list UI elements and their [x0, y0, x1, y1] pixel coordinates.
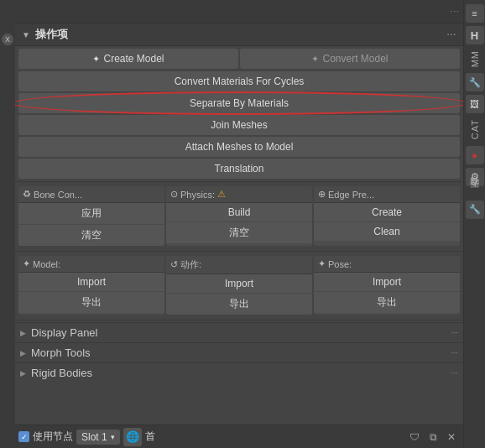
model-column: ✦ Model: Import 导出: [18, 256, 164, 315]
bottom-icon-buttons: 🛡 ⧉ ✕: [406, 429, 460, 445]
pose-column: ✦ Pose: Import 导出: [314, 256, 460, 315]
use-nodes-checkbox[interactable]: ✓: [18, 431, 29, 442]
pose-icon: ✦: [318, 258, 326, 269]
bone-clear-button[interactable]: 清空: [18, 225, 164, 246]
pose-label: Pose:: [328, 259, 352, 269]
close-x-button[interactable]: X: [2, 34, 13, 45]
bone-label: Bone Con...: [34, 190, 82, 200]
sidebar-btn-image[interactable]: 🖼: [466, 95, 484, 113]
slot-select[interactable]: Slot 1 ▾: [76, 430, 120, 445]
convert-materials-button[interactable]: Convert Materials For Cycles: [18, 71, 460, 91]
action-header: ↺ 动作:: [166, 256, 312, 274]
convert-model-icon: ✦: [311, 54, 319, 65]
copy-button[interactable]: ⧉: [425, 429, 441, 445]
rigid-bodies-section[interactable]: ▶ Rigid Bodies ···: [15, 362, 463, 383]
pose-export-button[interactable]: 导出: [314, 292, 460, 313]
model-header: ✦ Model:: [18, 256, 164, 273]
sidebar-label-wanyou: 万物有: [468, 189, 481, 198]
morph-tools-dots: ···: [451, 348, 458, 357]
model-action-pose-section: ✦ Model: Import 导出 ↺ 动作: Import 导出 ✦ P: [15, 253, 463, 318]
bottom-bar: ✓ 使用节点 Slot 1 ▾ 🌐 首 🛡 ⧉ ✕: [15, 425, 463, 448]
pose-header: ✦ Pose:: [314, 256, 460, 273]
physics-clear-button[interactable]: 清空: [166, 222, 312, 243]
action-export-button[interactable]: 导出: [166, 294, 312, 315]
sidebar-btn-gear[interactable]: ⚙: [466, 168, 484, 186]
rigid-bodies-dots: ···: [451, 368, 458, 378]
three-col-section: ♻ Bone Con... 应用 清空 ⊙ Physics: ⚠ Build 清…: [15, 184, 463, 249]
right-sidebar: ≡ H MM 🔧 🖼 CAT ● ⚙ 万物有 🔧: [463, 0, 485, 448]
globe-icon: 🌐: [126, 430, 139, 443]
display-panel-triangle-icon: ▶: [20, 329, 26, 337]
action-icon: ↺: [170, 259, 178, 270]
action-column: ↺ 动作: Import 导出: [166, 256, 312, 315]
display-panel-label: Display Panel: [31, 326, 98, 339]
slot-chevron-icon: ▾: [111, 433, 115, 441]
translation-row: Translation: [15, 158, 463, 180]
morph-tools-triangle-icon: ▶: [20, 349, 26, 357]
toolbar-dots: ···: [451, 7, 460, 16]
bone-column: ♻ Bone Con... 应用 清空: [18, 186, 164, 246]
left-strip: X: [0, 0, 15, 448]
physics-label: Physics:: [180, 190, 215, 200]
physics-icon: ⊙: [170, 189, 178, 200]
separate-materials-row: Separate By Materials: [15, 92, 463, 114]
bone-header: ♻ Bone Con...: [18, 186, 164, 203]
close-icon: ✕: [447, 431, 456, 443]
action-label: 动作:: [180, 258, 201, 271]
pose-import-button[interactable]: Import: [314, 273, 460, 292]
sidebar-btn-wrench[interactable]: 🔧: [466, 201, 484, 219]
edge-clean-button[interactable]: Clean: [314, 222, 460, 241]
model-export-button[interactable]: 导出: [18, 292, 164, 313]
sidebar-btn-H[interactable]: H: [466, 26, 484, 44]
operations-title: 操作项: [35, 27, 68, 42]
morph-tools-section[interactable]: ▶ Morph Tools ···: [15, 342, 463, 362]
physics-header: ⊙ Physics: ⚠: [166, 186, 312, 203]
join-meshes-button[interactable]: Join Meshes: [18, 115, 460, 135]
divider-2: [15, 251, 463, 252]
operations-section-header[interactable]: ▼ 操作项 ···: [15, 23, 463, 46]
section-triangle-icon: ▼: [22, 30, 30, 39]
translation-button[interactable]: Translation: [18, 159, 460, 179]
action-import-button[interactable]: Import: [166, 274, 312, 294]
edge-create-button[interactable]: Create: [314, 203, 460, 222]
model-label: Model:: [33, 259, 60, 269]
shield-button[interactable]: 🛡: [406, 429, 423, 445]
model-import-button[interactable]: Import: [18, 273, 164, 292]
sidebar-label-MM: MM: [470, 47, 480, 70]
edge-header: ⊕ Edge Pre...: [314, 186, 460, 203]
globe-button[interactable]: 🌐: [123, 428, 142, 446]
display-panel-dots: ···: [451, 328, 458, 337]
rigid-bodies-label: Rigid Bodies: [31, 367, 92, 379]
create-model-button[interactable]: ✦ Create Model: [18, 49, 238, 69]
edge-column: ⊕ Edge Pre... Create Clean: [314, 186, 460, 246]
create-model-icon: ✦: [92, 54, 100, 65]
attach-meshes-row: Attach Meshes to Model: [15, 136, 463, 158]
separate-by-materials-button[interactable]: Separate By Materials: [18, 93, 460, 113]
physics-column: ⊙ Physics: ⚠ Build 清空: [166, 186, 312, 246]
slot-label: Slot 1: [81, 431, 107, 443]
first-char-label: 首: [145, 430, 155, 444]
sidebar-label-CAT: CAT: [470, 116, 480, 143]
convert-model-button[interactable]: ✦ Convert Model: [240, 49, 460, 69]
sidebar-btn-red[interactable]: ●: [466, 146, 484, 164]
join-meshes-row: Join Meshes: [15, 114, 463, 136]
divider-1: [15, 181, 463, 182]
use-nodes-item[interactable]: ✓ 使用节点: [18, 430, 73, 444]
display-panel-section[interactable]: ▶ Display Panel ···: [15, 322, 463, 342]
attach-meshes-button[interactable]: Attach Meshes to Model: [18, 137, 460, 157]
warning-icon: ⚠: [217, 189, 226, 200]
morph-tools-label: Morph Tools: [31, 346, 91, 359]
divider-3: [15, 320, 463, 320]
shield-icon: 🛡: [409, 431, 420, 443]
use-nodes-label: 使用节点: [33, 430, 73, 444]
convert-model-label: Convert Model: [322, 53, 388, 65]
sidebar-btn-tools[interactable]: 🔧: [466, 73, 484, 91]
model-icon: ✦: [23, 258, 30, 269]
close-button[interactable]: ✕: [443, 429, 460, 445]
physics-build-button[interactable]: Build: [166, 203, 312, 222]
top-toolbar: ···: [15, 0, 463, 23]
bone-apply-button[interactable]: 应用: [18, 203, 164, 225]
sidebar-btn-menu[interactable]: ≡: [466, 4, 484, 23]
copy-icon: ⧉: [430, 431, 437, 443]
create-model-label: Create Model: [103, 53, 164, 65]
